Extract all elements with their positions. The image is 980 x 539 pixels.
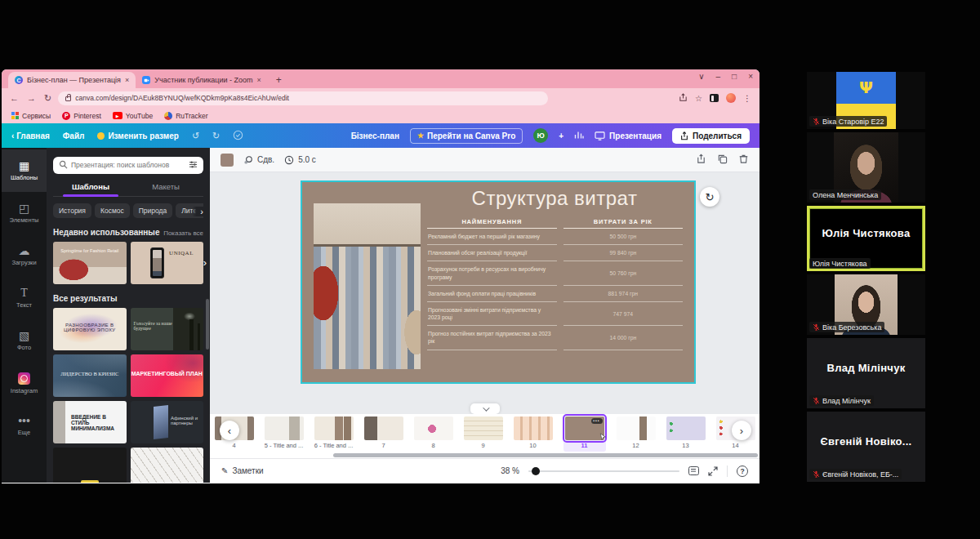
slide-title[interactable]: Структура витрат: [425, 187, 684, 210]
maximize-button[interactable]: □: [732, 72, 737, 81]
forward-icon[interactable]: →: [27, 93, 36, 104]
collapse-filmstrip-button[interactable]: [470, 403, 500, 414]
recent-scroll-icon[interactable]: ›: [203, 256, 207, 269]
back-icon[interactable]: ←: [10, 93, 19, 104]
participant-tile[interactable]: Олена Менчинська: [807, 132, 925, 203]
filmstrip-slide[interactable]: 7: [364, 416, 403, 452]
participant-tile[interactable]: Віка Березовська: [807, 274, 925, 335]
redo-icon[interactable]: ↻: [212, 131, 220, 141]
slide-canvas[interactable]: Структура витрат НАЙМЕНУВАННЯ ВИТРАТИ ЗА…: [302, 182, 694, 382]
file-menu[interactable]: Файл: [63, 131, 85, 140]
participant-tile[interactable]: Євгеній Новіко... Євгеній Новіков, ЕБ-..…: [807, 412, 925, 482]
stats-icon[interactable]: [574, 130, 584, 141]
search-input[interactable]: [53, 157, 203, 174]
filmstrip-slide[interactable]: 10: [514, 416, 553, 452]
template-card[interactable]: МАРКЕТИНГОВЫЙ ПЛАН: [131, 354, 204, 397]
sidebar-item-photos[interactable]: ▧Фото: [2, 319, 47, 362]
filter-icon[interactable]: [189, 160, 198, 169]
bookmark-services[interactable]: Сервисы: [11, 112, 51, 120]
sidebar-item-instagram[interactable]: Instagram: [2, 362, 47, 404]
fullscreen-icon[interactable]: [708, 466, 718, 476]
close-button[interactable]: ×: [748, 72, 753, 81]
side-panel-icon[interactable]: [710, 94, 719, 102]
sync-rotate-button[interactable]: ↻: [700, 187, 719, 207]
help-button[interactable]: ?: [737, 466, 748, 477]
filmstrip-slide[interactable]: 8: [414, 416, 453, 452]
reload-icon[interactable]: ↻: [44, 93, 51, 104]
bookmark-pinterest[interactable]: P Pinterest: [62, 112, 101, 120]
template-card[interactable]: Афинский и партнеры: [131, 401, 204, 443]
sidebar-item-uploads[interactable]: ☁Загрузки: [2, 234, 47, 277]
duration-button[interactable]: 5.0 с: [284, 155, 316, 165]
tab-templates[interactable]: Шаблоны: [53, 182, 128, 196]
duplicate-page-icon[interactable]: [717, 154, 728, 166]
filmstrip-slide[interactable]: 6 - Title and ...: [314, 416, 354, 452]
filmstrip-slide[interactable]: 12: [617, 416, 656, 452]
home-link[interactable]: ‹ Главная: [11, 131, 50, 140]
bookmark-star-icon[interactable]: ☆: [695, 94, 702, 103]
doc-title[interactable]: Бізнес-план: [351, 131, 399, 140]
slide-menu-icon[interactable]: •••: [591, 418, 603, 424]
browser-menu-icon[interactable]: ⋮: [743, 94, 751, 103]
tab-zoom[interactable]: Участник публикации - Zoom ×: [136, 72, 268, 88]
share-page-icon[interactable]: [679, 93, 688, 104]
filmstrip-slide[interactable]: 5 - Title and ...: [265, 416, 304, 452]
bookmark-youtube[interactable]: ▶ YouTube: [113, 112, 153, 120]
panel-scrollbar[interactable]: [206, 299, 209, 350]
bookmark-rutracker[interactable]: RuTracker: [164, 112, 207, 120]
filmstrip-next-button[interactable]: ›: [732, 421, 751, 440]
zoom-slider[interactable]: [528, 470, 679, 472]
present-button[interactable]: Презентация: [595, 131, 662, 140]
zoom-slider-knob[interactable]: [532, 467, 540, 475]
resize-menu[interactable]: Изменить размер: [97, 131, 178, 140]
sidebar-item-templates[interactable]: ▦Шаблоны: [2, 149, 47, 192]
undo-icon[interactable]: ↺: [192, 131, 199, 141]
filmstrip-prev-button[interactable]: ‹: [220, 421, 239, 440]
color-swatch[interactable]: [220, 154, 234, 167]
sidebar-item-more[interactable]: •••Еще: [2, 404, 47, 447]
notes-button[interactable]: ✎Заметки: [221, 466, 264, 475]
new-tab-button[interactable]: +: [276, 74, 282, 86]
template-card[interactable]: ВВЕДЕНИЕ В СТИЛЬ МИНИМАЛИЗМА: [53, 401, 127, 443]
slide-photo[interactable]: [314, 203, 421, 369]
template-card[interactable]: РАЗНООБРАЗИЕ В ЦИФРОВУЮ ЭПОХУ: [53, 308, 127, 350]
chip-nature[interactable]: Природа: [133, 203, 173, 218]
window-menu-icon[interactable]: ∨: [698, 72, 704, 81]
template-card[interactable]: Springtime for Fashion Retail: [53, 242, 127, 284]
user-avatar[interactable]: Ю: [533, 128, 548, 143]
profile-avatar[interactable]: [726, 93, 736, 103]
template-card[interactable]: UNIQAL: [131, 242, 204, 284]
filmstrip-slide[interactable]: 9: [464, 416, 503, 452]
delete-page-icon[interactable]: [738, 154, 749, 166]
chip-space[interactable]: Космос: [95, 203, 130, 218]
share-button[interactable]: Поделиться: [672, 128, 750, 144]
slide-table[interactable]: НАЙМЕНУВАННЯ ВИТРАТИ ЗА РІК Рекламний бю…: [427, 218, 683, 350]
template-card[interactable]: [131, 448, 204, 483]
chips-scroll-icon[interactable]: ›: [192, 207, 203, 216]
sidebar-item-elements[interactable]: ◰Элементы: [2, 192, 47, 234]
chip-history[interactable]: История: [53, 203, 91, 218]
muted-mic-icon: [813, 323, 820, 331]
participant-tile-active-speaker[interactable]: Юлія Чистякова Юлія Чистякова: [807, 206, 925, 271]
participant-tile[interactable]: Влад Мілінчук Влад Мілінчук: [807, 338, 925, 408]
tab-close-icon[interactable]: ×: [125, 76, 129, 84]
template-card[interactable]: [53, 448, 127, 483]
tab-layouts[interactable]: Макеты: [128, 182, 203, 196]
tab-close-icon[interactable]: ×: [257, 76, 261, 84]
add-member-icon[interactable]: +: [559, 131, 564, 140]
grid-view-icon[interactable]: [688, 466, 699, 475]
canva-pro-button[interactable]: ★Перейти на Canva Pro: [410, 128, 523, 144]
tab-canva[interactable]: C Бізнес-план — Презентація ×: [8, 72, 136, 88]
url-field[interactable]: canva.com/design/DAEuk8BYNUQ/wefKQDkm9pK…: [58, 91, 548, 105]
filmstrip-scrollbar[interactable]: [210, 452, 760, 458]
export-page-icon[interactable]: [696, 154, 706, 166]
participant-tile[interactable]: Ψ Віка Старовір Е22: [807, 72, 925, 129]
filmstrip-slide[interactable]: 13: [666, 416, 706, 452]
sidebar-item-text[interactable]: TТекст: [2, 277, 47, 319]
template-card[interactable]: Голосуйте за наше будущее: [131, 308, 204, 350]
show-all-link[interactable]: Показать все: [163, 229, 203, 237]
template-card[interactable]: ЛИДЕРСТВО В КРИЗИС: [53, 354, 127, 397]
filmstrip-slide-selected[interactable]: ••• 11: [564, 416, 606, 452]
minimize-button[interactable]: –: [716, 72, 721, 81]
animate-button[interactable]: Сдв.: [243, 155, 274, 165]
